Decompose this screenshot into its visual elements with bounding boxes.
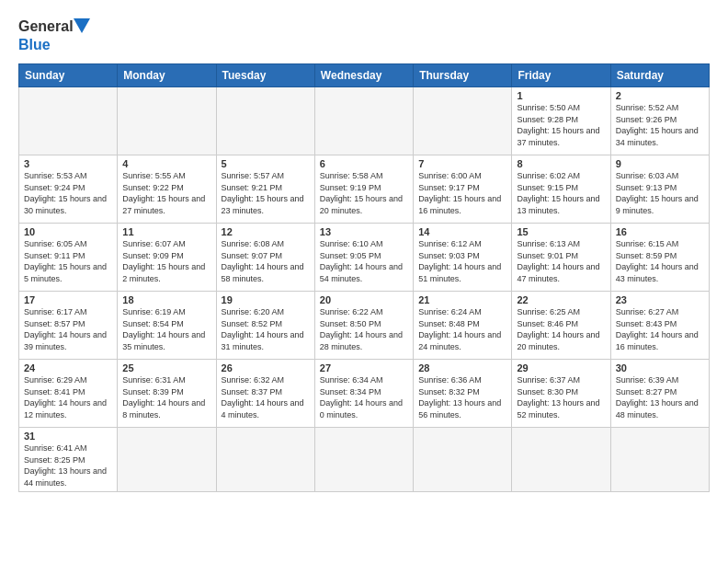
svg-text:Blue: Blue	[18, 37, 51, 52]
col-header-thursday: Thursday	[414, 64, 512, 87]
week-row-3: 17Sunrise: 6:17 AM Sunset: 8:57 PM Dayli…	[19, 292, 710, 360]
col-header-sunday: Sunday	[19, 64, 118, 87]
day-cell: 8Sunrise: 6:02 AM Sunset: 9:15 PM Daylig…	[512, 155, 610, 224]
calendar-header-row: SundayMondayTuesdayWednesdayThursdayFrid…	[19, 64, 710, 87]
day-info: Sunrise: 6:03 AM Sunset: 9:13 PM Dayligh…	[616, 170, 704, 216]
day-info: Sunrise: 6:31 AM Sunset: 8:39 PM Dayligh…	[122, 374, 210, 420]
day-number: 16	[616, 226, 704, 237]
col-header-monday: Monday	[118, 64, 216, 87]
header-area: GeneralBlue	[18, 15, 710, 56]
col-header-saturday: Saturday	[610, 64, 709, 87]
day-cell: 7Sunrise: 6:00 AM Sunset: 9:17 PM Daylig…	[414, 155, 512, 224]
day-info: Sunrise: 6:17 AM Sunset: 8:57 PM Dayligh…	[24, 306, 112, 352]
day-cell: 30Sunrise: 6:39 AM Sunset: 8:27 PM Dayli…	[610, 360, 709, 428]
day-number: 27	[320, 362, 408, 373]
day-cell: 31Sunrise: 6:41 AM Sunset: 8:25 PM Dayli…	[19, 428, 118, 492]
day-cell: 1Sunrise: 5:50 AM Sunset: 9:28 PM Daylig…	[512, 87, 610, 155]
day-cell: 6Sunrise: 5:58 AM Sunset: 9:19 PM Daylig…	[314, 155, 413, 224]
day-info: Sunrise: 6:13 AM Sunset: 9:01 PM Dayligh…	[517, 238, 605, 284]
day-number: 20	[320, 294, 408, 305]
day-cell: 23Sunrise: 6:27 AM Sunset: 8:43 PM Dayli…	[610, 292, 709, 360]
day-cell: 26Sunrise: 6:32 AM Sunset: 8:37 PM Dayli…	[216, 360, 314, 428]
week-row-5: 31Sunrise: 6:41 AM Sunset: 8:25 PM Dayli…	[19, 428, 710, 492]
day-number: 28	[418, 362, 506, 373]
day-info: Sunrise: 5:53 AM Sunset: 9:24 PM Dayligh…	[24, 170, 112, 216]
day-cell	[414, 87, 512, 155]
day-cell: 5Sunrise: 5:57 AM Sunset: 9:21 PM Daylig…	[216, 155, 314, 224]
day-info: Sunrise: 6:19 AM Sunset: 8:54 PM Dayligh…	[122, 306, 210, 352]
day-cell: 25Sunrise: 6:31 AM Sunset: 8:39 PM Dayli…	[118, 360, 216, 428]
day-cell: 15Sunrise: 6:13 AM Sunset: 9:01 PM Dayli…	[512, 224, 610, 292]
day-info: Sunrise: 6:36 AM Sunset: 8:32 PM Dayligh…	[418, 374, 506, 420]
day-number: 2	[616, 90, 704, 101]
col-header-friday: Friday	[512, 64, 610, 87]
day-number: 19	[222, 294, 310, 305]
day-number: 21	[418, 294, 506, 305]
day-info: Sunrise: 6:08 AM Sunset: 9:07 PM Dayligh…	[222, 238, 310, 284]
day-number: 5	[222, 158, 310, 169]
day-info: Sunrise: 6:32 AM Sunset: 8:37 PM Dayligh…	[222, 374, 310, 420]
day-info: Sunrise: 6:34 AM Sunset: 8:34 PM Dayligh…	[320, 374, 408, 420]
day-info: Sunrise: 5:50 AM Sunset: 9:28 PM Dayligh…	[517, 102, 605, 148]
day-info: Sunrise: 6:25 AM Sunset: 8:46 PM Dayligh…	[517, 306, 605, 352]
day-cell	[314, 428, 413, 492]
day-number: 13	[320, 226, 408, 237]
day-number: 14	[418, 226, 506, 237]
day-info: Sunrise: 6:02 AM Sunset: 9:15 PM Dayligh…	[517, 170, 605, 216]
week-row-4: 24Sunrise: 6:29 AM Sunset: 8:41 PM Dayli…	[19, 360, 710, 428]
day-cell: 17Sunrise: 6:17 AM Sunset: 8:57 PM Dayli…	[19, 292, 118, 360]
day-cell: 3Sunrise: 5:53 AM Sunset: 9:24 PM Daylig…	[19, 155, 118, 224]
day-info: Sunrise: 6:27 AM Sunset: 8:43 PM Dayligh…	[616, 306, 704, 352]
day-info: Sunrise: 5:58 AM Sunset: 9:19 PM Dayligh…	[320, 170, 408, 216]
day-number: 26	[222, 362, 310, 373]
day-cell: 10Sunrise: 6:05 AM Sunset: 9:11 PM Dayli…	[19, 224, 118, 292]
day-number: 3	[24, 158, 112, 169]
day-number: 11	[122, 226, 210, 237]
day-info: Sunrise: 6:37 AM Sunset: 8:30 PM Dayligh…	[517, 374, 605, 420]
week-row-1: 3Sunrise: 5:53 AM Sunset: 9:24 PM Daylig…	[19, 155, 710, 224]
day-number: 17	[24, 294, 112, 305]
logo: GeneralBlue	[18, 15, 92, 56]
day-cell: 24Sunrise: 6:29 AM Sunset: 8:41 PM Dayli…	[19, 360, 118, 428]
day-number: 1	[517, 90, 605, 101]
day-number: 4	[122, 158, 210, 169]
day-cell	[610, 428, 709, 492]
svg-marker-2	[74, 18, 90, 33]
day-cell: 18Sunrise: 6:19 AM Sunset: 8:54 PM Dayli…	[118, 292, 216, 360]
day-number: 29	[517, 362, 605, 373]
week-row-0: 1Sunrise: 5:50 AM Sunset: 9:28 PM Daylig…	[19, 87, 710, 155]
day-info: Sunrise: 6:07 AM Sunset: 9:09 PM Dayligh…	[122, 238, 210, 284]
day-number: 24	[24, 362, 112, 373]
day-cell	[314, 87, 413, 155]
day-cell	[19, 87, 118, 155]
day-cell: 21Sunrise: 6:24 AM Sunset: 8:48 PM Dayli…	[414, 292, 512, 360]
day-cell: 4Sunrise: 5:55 AM Sunset: 9:22 PM Daylig…	[118, 155, 216, 224]
col-header-tuesday: Tuesday	[216, 64, 314, 87]
day-cell: 27Sunrise: 6:34 AM Sunset: 8:34 PM Dayli…	[314, 360, 413, 428]
day-number: 6	[320, 158, 408, 169]
day-info: Sunrise: 6:12 AM Sunset: 9:03 PM Dayligh…	[418, 238, 506, 284]
day-number: 10	[24, 226, 112, 237]
day-cell: 19Sunrise: 6:20 AM Sunset: 8:52 PM Dayli…	[216, 292, 314, 360]
day-number: 31	[24, 431, 112, 442]
week-row-2: 10Sunrise: 6:05 AM Sunset: 9:11 PM Dayli…	[19, 224, 710, 292]
day-info: Sunrise: 6:24 AM Sunset: 8:48 PM Dayligh…	[418, 306, 506, 352]
day-cell: 11Sunrise: 6:07 AM Sunset: 9:09 PM Dayli…	[118, 224, 216, 292]
day-cell: 9Sunrise: 6:03 AM Sunset: 9:13 PM Daylig…	[610, 155, 709, 224]
calendar-table: SundayMondayTuesdayWednesdayThursdayFrid…	[18, 63, 710, 492]
day-cell	[512, 428, 610, 492]
logo-svg: GeneralBlue	[18, 15, 92, 56]
day-cell	[414, 428, 512, 492]
page: GeneralBlue SundayMondayTuesdayWednesday…	[0, 0, 728, 501]
day-info: Sunrise: 6:29 AM Sunset: 8:41 PM Dayligh…	[24, 374, 112, 420]
day-number: 23	[616, 294, 704, 305]
day-cell: 2Sunrise: 5:52 AM Sunset: 9:26 PM Daylig…	[610, 87, 709, 155]
day-info: Sunrise: 5:52 AM Sunset: 9:26 PM Dayligh…	[616, 102, 704, 148]
day-number: 30	[616, 362, 704, 373]
day-info: Sunrise: 6:22 AM Sunset: 8:50 PM Dayligh…	[320, 306, 408, 352]
day-info: Sunrise: 6:00 AM Sunset: 9:17 PM Dayligh…	[418, 170, 506, 216]
day-cell: 29Sunrise: 6:37 AM Sunset: 8:30 PM Dayli…	[512, 360, 610, 428]
col-header-wednesday: Wednesday	[314, 64, 413, 87]
day-number: 8	[517, 158, 605, 169]
day-cell	[118, 428, 216, 492]
